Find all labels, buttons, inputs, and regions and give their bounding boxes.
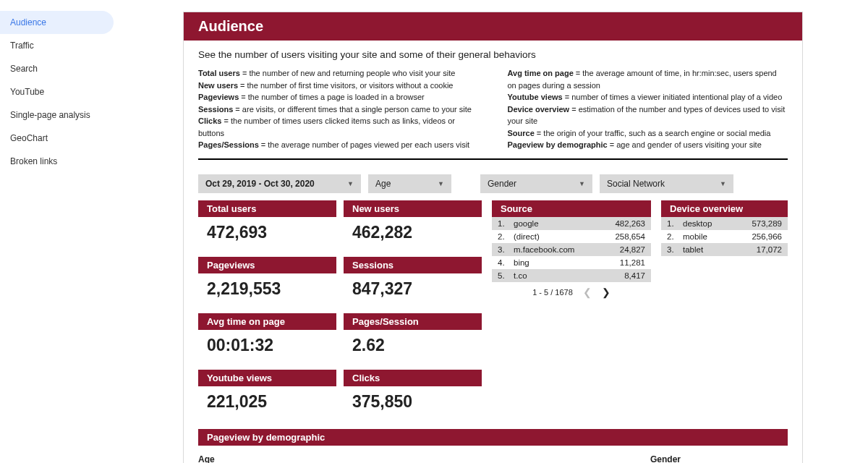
date-range-dropdown[interactable]: Oct 29, 2019 - Oct 30, 2020 ▼ — [198, 174, 361, 193]
age-label: Age — [375, 179, 391, 189]
definition: Pages/Sessions = the average number of p… — [198, 139, 479, 151]
caret-down-icon: ▼ — [347, 180, 354, 187]
panel: Audience See the number of users visitin… — [183, 12, 803, 463]
demographic-block: Pageview by demographic Age 18-2425-3435… — [184, 429, 802, 464]
filter-row: Oct 29, 2019 - Oct 30, 2020 ▼ Age ▼ Gend… — [184, 164, 802, 200]
table-row: 5.t.co8,417 — [492, 269, 651, 282]
page-next-icon[interactable]: ❯ — [602, 286, 610, 298]
gender-label: Gender — [488, 179, 516, 189]
metric-head: Pageviews — [198, 257, 336, 273]
device-head: Device overview — [661, 200, 788, 217]
definition: Youtube views = number of times a viewer… — [508, 91, 788, 103]
caret-down-icon: ▼ — [720, 180, 726, 187]
main-content: Audience See the number of users visitin… — [118, 0, 868, 463]
page-prev-icon[interactable]: ❮ — [583, 286, 592, 298]
metric-clicks: Clicks 375,850 — [344, 370, 482, 419]
metric-value: 00:01:32 — [198, 330, 336, 362]
sidebar-item-audience[interactable]: Audience — [0, 11, 114, 34]
definition: Avg time on page = the average amount of… — [508, 67, 788, 91]
sidebar: Audience Traffic Search YouTube Single-p… — [0, 0, 118, 463]
metric-head: Sessions — [344, 257, 482, 273]
source-head: Source — [492, 200, 651, 217]
age-dropdown[interactable]: Age ▼ — [368, 174, 451, 193]
device-column: Device overview 1.desktop573,2892.mobile… — [661, 200, 788, 419]
metric-value: 462,282 — [344, 217, 482, 250]
social-network-dropdown[interactable]: Social Network ▼ — [600, 174, 733, 193]
caret-down-icon: ▼ — [438, 180, 444, 187]
device-rows: 1.desktop573,2892.mobile256,9663.tablet1… — [661, 217, 788, 256]
metric-value: 2,219,553 — [198, 273, 336, 306]
table-row: 2.(direct)258,654 — [492, 230, 651, 243]
definitions-left: Total users = the number of new and retu… — [198, 67, 479, 151]
table-row: 3.tablet17,072 — [661, 243, 788, 256]
definition: New users = the number of first time vis… — [198, 80, 479, 92]
age-subhead: Age — [198, 451, 629, 464]
sidebar-item-youtube[interactable]: YouTube — [0, 80, 118, 103]
definition: Source = the origin of your traffic, suc… — [508, 127, 788, 140]
definition: Sessions = are visits, or different time… — [198, 103, 479, 116]
definitions-right: Avg time on page = the average amount of… — [508, 67, 788, 151]
source-column: Source 1.google482,2632.(direct)258,6543… — [492, 200, 651, 419]
sidebar-item-search[interactable]: Search — [0, 57, 118, 80]
source-rows: 1.google482,2632.(direct)258,6543.m.face… — [492, 217, 651, 282]
gender-chart: Gender 41.8% 58.2% male female — [650, 451, 788, 464]
definition: Device overview = estimation of the numb… — [508, 103, 788, 127]
table-row: 1.desktop573,289 — [661, 217, 788, 230]
metric-value: 2.62 — [344, 330, 482, 362]
metrics-column: Total users 472,693 New users 462,282 Pa… — [198, 200, 482, 419]
metric-head: Total users — [198, 200, 336, 217]
intro-block: See the number of users visiting your si… — [184, 41, 802, 164]
metric-pages-session: Pages/Session 2.62 — [344, 313, 482, 362]
sidebar-item-geochart[interactable]: GeoChart — [0, 127, 118, 150]
sidebar-item-single-page[interactable]: Single-page analysis — [0, 103, 118, 127]
caret-down-icon: ▼ — [579, 180, 585, 187]
table-row: 3.m.facebook.com24,827 — [492, 243, 651, 256]
definition: Pageview by demographic = age and gender… — [508, 139, 788, 151]
metric-head: Avg time on page — [198, 313, 336, 330]
metric-value: 221,025 — [198, 386, 336, 419]
definition: Total users = the number of new and retu… — [198, 67, 479, 80]
metric-total-users: Total users 472,693 — [198, 200, 336, 250]
metric-new-users: New users 462,282 — [344, 200, 482, 250]
pager-text: 1 - 5 / 1678 — [532, 288, 573, 297]
definitions: Total users = the number of new and retu… — [198, 67, 788, 160]
definition: Clicks = the number of times users click… — [198, 115, 479, 139]
sidebar-item-traffic[interactable]: Traffic — [0, 34, 118, 57]
age-chart: Age 18-2425-3435-4445-5455-6465+ 020K40K… — [198, 451, 629, 464]
device-table: Device overview 1.desktop573,2892.mobile… — [661, 200, 788, 256]
sidebar-item-broken-links[interactable]: Broken links — [0, 150, 118, 173]
social-label: Social Network — [607, 179, 665, 189]
metric-sessions: Sessions 847,327 — [344, 257, 482, 306]
metric-head: Pages/Session — [344, 313, 482, 330]
page-title: Audience — [184, 12, 802, 41]
metric-value: 847,327 — [344, 273, 482, 306]
date-range-label: Oct 29, 2019 - Oct 30, 2020 — [205, 179, 315, 189]
source-pager: 1 - 5 / 1678 ❮ ❯ — [492, 282, 651, 300]
source-table: Source 1.google482,2632.(direct)258,6543… — [492, 200, 651, 300]
metric-head: Clicks — [344, 370, 482, 386]
metric-value: 375,850 — [344, 386, 482, 419]
table-row: 1.google482,263 — [492, 217, 651, 230]
metric-avg-time: Avg time on page 00:01:32 — [198, 313, 336, 362]
gender-dropdown[interactable]: Gender ▼ — [480, 174, 592, 193]
metric-head: Youtube views — [198, 370, 336, 386]
metric-head: New users — [344, 200, 482, 217]
metric-pageviews: Pageviews 2,219,553 — [198, 257, 336, 306]
table-row: 4.bing11,281 — [492, 256, 651, 269]
intro-text: See the number of users visiting your si… — [198, 49, 788, 60]
metric-youtube: Youtube views 221,025 — [198, 370, 336, 419]
definition: Pageviews = the number of times a page i… — [198, 91, 479, 103]
gender-subhead: Gender — [650, 451, 788, 464]
metric-value: 472,693 — [198, 217, 336, 250]
table-row: 2.mobile256,966 — [661, 230, 788, 243]
dashboard-grid: Total users 472,693 New users 462,282 Pa… — [184, 200, 802, 429]
demographic-head: Pageview by demographic — [198, 429, 788, 446]
